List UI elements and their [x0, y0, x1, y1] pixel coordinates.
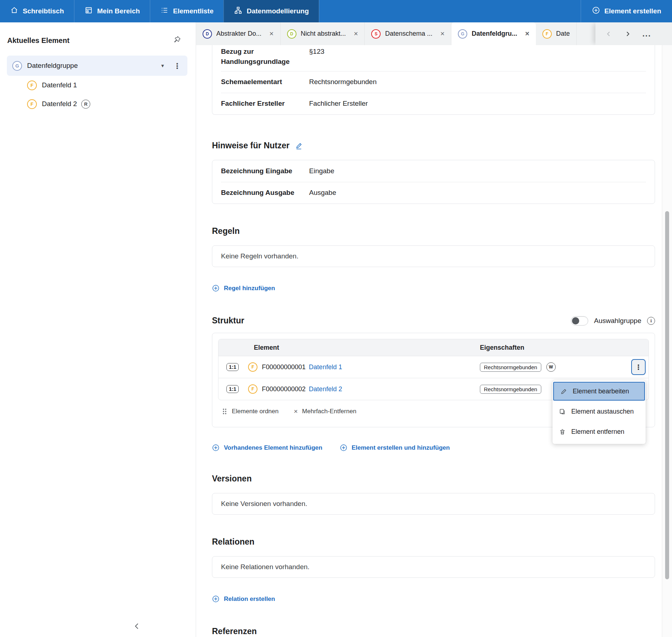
element-erstellen-button[interactable]: Element erstellen [581, 0, 672, 22]
row-kebab-button[interactable]: ⋮ [631, 359, 646, 375]
menu-item-label: Element austauschen [571, 408, 634, 415]
sidebar-title: Aktuelles Element [7, 36, 69, 45]
property-label: Fachlicher Ersteller [221, 99, 309, 109]
element-name-link[interactable]: Datenfeld 2 [309, 385, 342, 393]
info-icon[interactable]: i [647, 317, 655, 325]
vertical-scrollbar[interactable] [662, 45, 672, 637]
properties-card: Bezug zur Handlungsgrundlage §123 Schema… [212, 45, 655, 115]
menu-item-element-bearbeiten[interactable]: Element bearbeiten [553, 382, 645, 401]
struktur-section-header: Struktur Auswahlgruppe i [212, 316, 655, 326]
w-badge: W [546, 362, 556, 372]
reference-badge: R [81, 100, 90, 109]
sidebar-collapse-button[interactable] [133, 622, 142, 632]
tree-item-datenfeld-1[interactable]: F Datenfeld 1 [0, 76, 196, 95]
edit-pencil-icon[interactable] [295, 142, 303, 150]
nav-label: Mein Bereich [97, 7, 140, 15]
regel-hinzufuegen-link[interactable]: Regel hinzufügen [212, 284, 275, 292]
nav-spacer [319, 0, 580, 22]
element-name-link[interactable]: Datenfeld 1 [309, 363, 342, 371]
plus-circle-icon [340, 444, 347, 451]
row-context-menu: Element bearbeiten Element austauschen E… [552, 380, 646, 444]
nav-label: Elementliste [173, 7, 213, 15]
more-tabs-icon[interactable]: ... [642, 29, 651, 39]
scrollbar-thumb[interactable] [665, 211, 669, 579]
link-label: Element erstellen und hinzufügen [352, 444, 450, 451]
section-heading-relationen: Relationen [212, 537, 655, 547]
element-id: F00000000001 [262, 363, 305, 371]
plus-circle-icon [212, 595, 220, 603]
tree-item-datenfeld-2[interactable]: F Datenfeld 2 R [0, 95, 196, 113]
property-row: Bezug zur Handlungsgrundlage §123 [212, 45, 655, 71]
pencil-icon [560, 388, 567, 395]
cardinality-badge: 1:1 [226, 385, 239, 393]
top-navigation: Schreibtisch Mein Bereich Elementliste D… [0, 0, 672, 22]
pin-icon[interactable] [173, 35, 181, 45]
tab-datenfeldgruppe-active[interactable]: G Datenfeldgru... × [451, 22, 536, 45]
swap-pages-icon [559, 408, 566, 415]
tree-child-label: Datenfeld 1 [42, 81, 77, 89]
close-icon[interactable]: × [525, 30, 529, 38]
close-icon[interactable]: × [354, 30, 358, 38]
nav-item-schreibtisch[interactable]: Schreibtisch [0, 0, 74, 22]
section-heading-versionen: Versionen [212, 474, 655, 484]
section-heading-hinweise: Hinweise für Nutzer [212, 141, 655, 150]
toggle-knob [572, 317, 579, 324]
property-row: Bezeichnung Ausgabe Ausgabe [212, 182, 655, 204]
struktur-table-header: Element Eigenschaften [218, 339, 649, 356]
tab-label: Abstrakter Do... [216, 30, 261, 38]
property-label: Schemaelementart [221, 77, 309, 87]
link-label: Regel hinzufügen [224, 285, 275, 292]
field-letter-icon: F [542, 29, 552, 39]
nav-item-datenmodellierung[interactable]: Datenmodellierung [224, 0, 319, 22]
property-value: Rechtsnormgebunden [309, 77, 377, 87]
column-header-eigenschaften: Eigenschaften [480, 344, 524, 352]
field-letter-icon: F [27, 80, 37, 90]
group-letter-icon: G [12, 61, 22, 71]
elemente-ordnen-button[interactable]: Elemente ordnen [222, 408, 278, 415]
tree-item-datenfeldgruppe[interactable]: G Datenfeldgruppe ▾ ⋮ [7, 56, 187, 76]
home-icon [10, 6, 18, 16]
vorhandenes-element-hinzufuegen-link[interactable]: Vorhandenes Element hinzufügen [212, 444, 322, 451]
table-row: 1:1 F F00000000001 Datenfeld 1 Rechtsnor… [218, 356, 649, 378]
create-label: Element erstellen [604, 7, 661, 15]
list-icon [160, 6, 169, 16]
property-row: Bezeichnung Eingabe Eingabe [212, 160, 655, 182]
mehrfach-entfernen-button[interactable]: × Mehrfach-Entfernen [294, 407, 356, 415]
menu-item-element-austauschen[interactable]: Element austauschen [552, 402, 646, 421]
tab-datenfeld-partial[interactable]: F Date [536, 22, 577, 45]
tab-nicht-abstrakt[interactable]: D Nicht abstrakt... × [281, 22, 365, 45]
menu-item-label: Element bearbeiten [573, 388, 629, 395]
plus-circle-icon [592, 6, 600, 16]
property-label: Bezeichnung Ausgabe [221, 188, 309, 198]
section-heading-struktur: Struktur [212, 316, 244, 326]
nav-item-elementliste[interactable]: Elementliste [150, 0, 224, 22]
nav-item-mein-bereich[interactable]: Mein Bereich [74, 0, 150, 22]
property-row: Schemaelementart Rechtsnormgebunden [212, 71, 655, 93]
element-erstellen-und-hinzufuegen-link[interactable]: Element erstellen und hinzufügen [340, 444, 450, 451]
relation-erstellen-link[interactable]: Relation erstellen [212, 595, 275, 603]
sitemap-icon [234, 6, 242, 16]
close-icon[interactable]: × [269, 30, 274, 38]
kebab-menu-icon[interactable]: ⋮ [173, 62, 181, 70]
button-label: Elemente ordnen [232, 408, 278, 415]
property-label: Bezeichnung Eingabe [221, 166, 309, 176]
chevron-left-icon[interactable] [605, 30, 613, 38]
menu-item-element-entfernen[interactable]: Element entfernen [552, 422, 646, 441]
group-letter-icon: G [458, 29, 467, 39]
document-letter-icon: D [203, 29, 212, 39]
button-label: Mehrfach-Entfernen [302, 408, 356, 415]
link-label: Relation erstellen [224, 595, 275, 603]
property-value: Fachlicher Ersteller [309, 99, 368, 109]
drag-handle-icon [222, 408, 227, 415]
property-value: Ausgabe [309, 188, 336, 198]
auswahlgruppe-toggle[interactable] [571, 316, 588, 326]
column-header-element: Element [218, 344, 480, 352]
chevron-down-icon[interactable]: ▾ [161, 62, 164, 69]
relationen-empty-card: Keine Relationen vorhanden. [212, 556, 655, 578]
tab-abstrakter-dok[interactable]: D Abstrakter Do... × [196, 22, 281, 45]
chevron-right-icon[interactable] [624, 30, 632, 38]
section-heading-referenzen: Referenzen [212, 627, 655, 636]
tab-scroll-controls: ... [595, 22, 672, 45]
close-icon[interactable]: × [441, 30, 445, 38]
tab-datenschema[interactable]: S Datenschema ... × [365, 22, 451, 45]
